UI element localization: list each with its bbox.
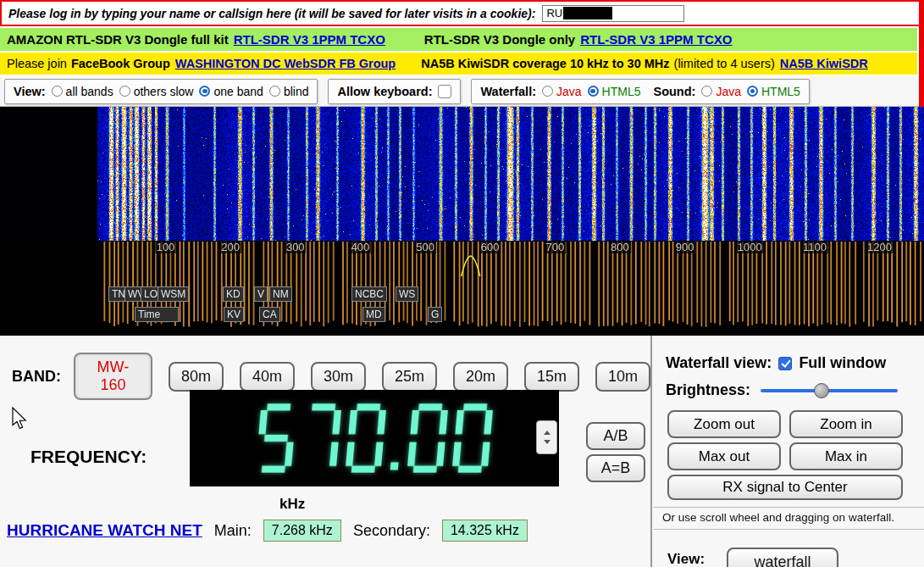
secondary-freq-label: Secondary: xyxy=(353,522,430,540)
zoom-in-button[interactable]: Zoom in xyxy=(789,410,903,438)
frequency-stepper[interactable] xyxy=(536,420,557,454)
login-bar: Please log in by typing your name or cal… xyxy=(0,0,924,26)
waterfall-view-label: Waterfall view: xyxy=(666,354,772,372)
brightness-row: Brightness: xyxy=(666,381,898,399)
radio-others-slow[interactable] xyxy=(119,86,130,97)
promo-green-bar: AMAZON RTL-SDR V3 Dongle full kit RTL-SD… xyxy=(0,28,917,51)
main-freq-value[interactable]: 7.268 kHz xyxy=(263,520,341,542)
station-label[interactable]: Time xyxy=(135,307,179,322)
rtl-sdr-link-2[interactable]: RTL-SDR V3 1PPM TCXO xyxy=(580,32,732,47)
hurricane-net-row: HURRICANE WATCH NET Main: 7.268 kHz Seco… xyxy=(7,520,528,542)
scroll-hint-text: Or use scroll wheel and dragging on wate… xyxy=(662,511,894,524)
scale-tick-500: 500 xyxy=(414,242,436,253)
secondary-freq-value[interactable]: 14.325 kHz xyxy=(442,520,528,542)
frequency-scale: 100200300400500600700800900100011001200T… xyxy=(0,107,924,336)
frequency-label: FREQUENCY: xyxy=(30,447,147,467)
step-down-icon[interactable] xyxy=(544,440,551,444)
divider xyxy=(654,507,924,508)
zoom-out-button[interactable]: Zoom out xyxy=(667,410,781,438)
scale-tick-600: 600 xyxy=(479,242,501,253)
promo-yellow-bar: Please join FaceBook Group WASHINGTON DC… xyxy=(0,53,917,75)
keyboard-box: Allow keyboard: xyxy=(328,79,461,104)
scale-tick-400: 400 xyxy=(350,242,372,253)
band-button-15m[interactable]: 15m xyxy=(524,362,579,392)
max-in-button[interactable]: Max in xyxy=(789,442,903,470)
station-label[interactable]: G xyxy=(428,307,442,322)
station-label[interactable]: NCBC xyxy=(351,286,387,302)
allow-keyboard-checkbox[interactable] xyxy=(438,85,451,98)
station-label[interactable]: MD xyxy=(362,307,385,322)
radio-blind-label: blind xyxy=(284,85,309,98)
facebook-group-link[interactable]: WASHINGTON DC WebSDR FB Group xyxy=(175,57,396,70)
scale-tick-700: 700 xyxy=(544,242,566,253)
scale-tick-1000: 1000 xyxy=(736,242,764,253)
station-label[interactable]: KD xyxy=(223,286,244,302)
band-button-10m[interactable]: 10m xyxy=(595,362,650,392)
divider xyxy=(654,529,924,530)
bottom-section: BAND: MW-160 80m 40m 30m 25m 20m 15m 10m… xyxy=(0,336,924,567)
login-prompt: Please log in by typing your name or cal… xyxy=(8,7,535,20)
station-label[interactable]: NM xyxy=(269,286,292,302)
radio-others-slow-label: others slow xyxy=(134,85,194,98)
scale-tick-200: 200 xyxy=(219,242,241,253)
radio-one-band[interactable] xyxy=(199,86,210,97)
radio-all-bands-label: all bands xyxy=(66,85,113,98)
ab-button[interactable]: A/B xyxy=(586,422,645,450)
station-label[interactable]: V xyxy=(254,286,268,302)
redacted-callsign xyxy=(563,7,612,19)
band-button-80m[interactable]: 80m xyxy=(169,362,224,392)
band-button-20m[interactable]: 20m xyxy=(453,362,508,392)
station-label[interactable]: WS xyxy=(396,286,418,302)
waterfall-display[interactable]: 100200300400500600700800900100011001200T… xyxy=(0,107,924,336)
waterfall-sound-box: Waterfall: Java HTML5 Sound: Java HTML5 xyxy=(471,79,809,104)
kiwisdr-link[interactable]: NA5B KiwiSDR xyxy=(780,57,868,70)
waterfall-view-row: Waterfall view: Full window xyxy=(666,354,886,372)
tuning-panel: BAND: MW-160 80m 40m 30m 25m 20m 15m 10m… xyxy=(0,336,652,567)
sound-java-label: Java xyxy=(716,85,741,98)
view-mode-box: View: all bands others slow one band bli… xyxy=(4,79,318,104)
full-window-label: Full window xyxy=(799,354,886,372)
promo-green-text1: AMAZON RTL-SDR V3 Dongle full kit xyxy=(7,32,229,47)
rx-signal-center-button[interactable]: RX signal to Center xyxy=(667,475,903,500)
red-border-strip xyxy=(919,0,924,107)
waterfall-html5-label: HTML5 xyxy=(602,85,641,98)
max-out-button[interactable]: Max out xyxy=(667,442,781,470)
waterfall-java-label: Java xyxy=(556,85,582,98)
khz-unit-label: kHz xyxy=(279,496,305,513)
partial-view-label: View: xyxy=(667,551,705,567)
station-label[interactable]: WSM xyxy=(158,286,189,302)
radio-sound-java[interactable] xyxy=(701,86,712,97)
radio-all-bands[interactable] xyxy=(52,86,63,97)
frequency-display xyxy=(190,390,559,486)
brightness-slider-thumb[interactable] xyxy=(814,383,829,398)
band-button-25m[interactable]: 25m xyxy=(382,362,437,392)
a-equals-b-button[interactable]: A=B xyxy=(586,454,645,482)
station-label[interactable]: CA xyxy=(259,307,280,322)
band-button-30m[interactable]: 30m xyxy=(311,362,366,392)
radio-blind[interactable] xyxy=(269,86,280,97)
callsign-input[interactable]: RU xyxy=(542,5,684,22)
rtl-sdr-link-1[interactable]: RTL-SDR V3 1PPM TCXO xyxy=(234,32,385,47)
view-label: View: xyxy=(14,85,46,98)
sound-mode-label: Sound: xyxy=(653,85,695,98)
top-controls-row: View: all bands others slow one band bli… xyxy=(0,76,924,107)
band-button-40m[interactable]: 40m xyxy=(240,362,295,392)
radio-waterfall-java[interactable] xyxy=(542,86,553,97)
scale-tick-800: 800 xyxy=(609,242,631,253)
band-label: BAND: xyxy=(12,368,61,386)
waterfall-mode-label: Waterfall: xyxy=(480,85,536,98)
brightness-label: Brightness: xyxy=(666,381,750,399)
scale-tick-900: 900 xyxy=(674,242,696,253)
brightness-slider[interactable] xyxy=(761,383,898,398)
radio-sound-html5[interactable] xyxy=(747,86,758,97)
scale-tick-100: 100 xyxy=(155,242,177,253)
band-button-mw-160[interactable]: MW-160 xyxy=(74,353,152,400)
radio-waterfall-html5[interactable] xyxy=(588,86,599,97)
full-window-checkbox[interactable] xyxy=(778,357,792,370)
hurricane-watch-net-link[interactable]: HURRICANE WATCH NET xyxy=(7,521,202,540)
step-up-icon[interactable] xyxy=(544,431,551,435)
brightness-slider-track[interactable] xyxy=(761,389,898,392)
station-label[interactable]: KV xyxy=(224,307,244,322)
partial-waterfall-button[interactable]: waterfall xyxy=(727,548,838,567)
promo-yellow-text1: Please join xyxy=(7,57,67,70)
